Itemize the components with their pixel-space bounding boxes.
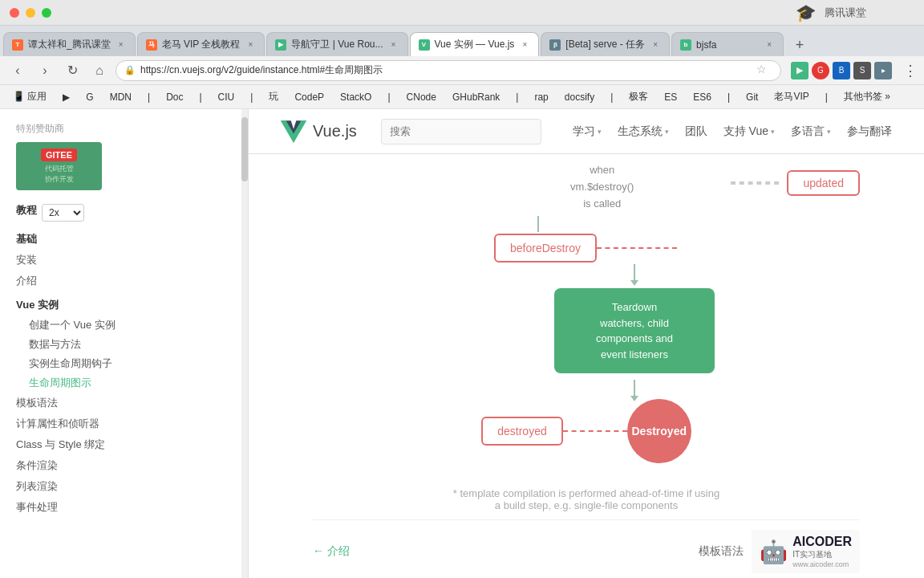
ext-icon-3[interactable]: B (833, 62, 850, 79)
bk-rap[interactable]: rap (528, 88, 554, 106)
speed-selector[interactable]: 2x 1x 1.5x (42, 204, 84, 222)
nav-lifecycle-hooks[interactable]: 实例生命周期钩子 (16, 354, 232, 373)
nav-contribute[interactable]: 参与翻译 (847, 124, 892, 139)
bk-es6[interactable]: ES6 (687, 88, 718, 106)
tab-0-label: 谭太祥和_腾讯课堂 (28, 38, 111, 51)
bk-play[interactable]: 玩 (262, 88, 285, 106)
bookmark-star-icon[interactable]: ☆ (756, 63, 772, 79)
maximize-button[interactable] (42, 8, 51, 18)
diagram-section: when vm.$destroy() is called updated (249, 154, 924, 578)
home-button[interactable]: ⌂ (88, 59, 111, 82)
bk-docsify[interactable]: docsify (558, 88, 601, 106)
nav-intro[interactable]: 介绍 (16, 271, 232, 291)
nav-language[interactable]: 多语言▾ (791, 124, 831, 139)
tutorial-speed-row: 教程 2x 1x 1.5x (16, 203, 232, 222)
nav-computed[interactable]: 计算属性和侦听器 (16, 413, 232, 434)
tab-2-close[interactable]: × (388, 39, 399, 51)
ssl-lock-icon: 🔒 (124, 65, 136, 75)
bk-other[interactable]: 其他书签 » (837, 88, 897, 106)
nav-create-instance[interactable]: 创建一个 Vue 实例 (16, 315, 232, 335)
close-button[interactable] (10, 8, 19, 18)
bk-google[interactable]: G (79, 88, 99, 106)
reload-button[interactable]: ↻ (61, 59, 83, 82)
ad-tagline-1: 代码托管 (45, 164, 74, 174)
menu-icon[interactable]: ⋮ (903, 62, 918, 79)
teardown-row: Teardown watchers, child components and … (313, 288, 860, 373)
tab-4[interactable]: β [Beta] serve - 任务 × (541, 32, 670, 56)
bk-stacko[interactable]: StackO (334, 88, 378, 106)
vert-line-1-container (313, 216, 860, 232)
ext-icon-1[interactable]: ▶ (791, 62, 808, 79)
bk-ghubrank[interactable]: GHubRank (446, 88, 506, 106)
new-tab-button[interactable]: + (788, 34, 811, 56)
tab-0-close[interactable]: × (116, 39, 127, 51)
tab-1-favicon: 马 (146, 39, 157, 51)
search-input[interactable] (381, 119, 541, 144)
address-bar: ‹ › ↻ ⌂ 🔒 https://cn.vuejs.org/v2/guide/… (0, 56, 924, 85)
dashed-line-d (563, 430, 627, 432)
nav-support[interactable]: 支持 Vue▾ (723, 124, 775, 139)
tab-0[interactable]: T 谭太祥和_腾讯课堂 × (3, 32, 136, 56)
vert-line-1 (537, 216, 539, 232)
window-controls (10, 8, 51, 18)
tab-1-close[interactable]: × (245, 39, 256, 51)
bk-codep[interactable]: CodeP (288, 88, 330, 106)
page-body: 特别赞助商 GITEE 代码托管 协作开发 教程 2x 1x 1.5x 基础 安 (0, 109, 924, 578)
nav-ecosystem[interactable]: 生态系统▾ (618, 124, 669, 139)
tab-1-label: 老马 VIP 全栈教程 (162, 38, 241, 51)
minimize-button[interactable] (26, 8, 35, 18)
destroyed-outline-box: destroyed (481, 417, 562, 446)
bk-sep5: | (509, 88, 525, 106)
nav-list[interactable]: 列表渲染 (16, 476, 232, 497)
nav-class-style[interactable]: Class 与 Style 绑定 (16, 434, 232, 455)
nav-events[interactable]: 事件处理 (16, 497, 232, 518)
bk-youtube[interactable]: ▶ (56, 88, 76, 106)
nav-team[interactable]: 团队 (685, 124, 707, 139)
when-text-2: vm.$destroy() (570, 179, 634, 196)
vert-line-3 (634, 380, 635, 397)
tab-5[interactable]: b bjsfa × (671, 32, 784, 56)
vert-line-3-container (313, 380, 860, 397)
bk-git[interactable]: Git (740, 88, 764, 106)
bk-es[interactable]: ES (658, 88, 683, 106)
bk-doc[interactable]: Doc (160, 88, 189, 106)
when-text-3: is called (570, 196, 634, 213)
tab-3[interactable]: V Vue 实例 — Vue.js × (410, 32, 540, 56)
bk-sep2: | (192, 88, 208, 106)
forward-button[interactable]: › (34, 59, 56, 82)
bk-jijie[interactable]: 极客 (622, 88, 654, 106)
nav-learn[interactable]: 学习▾ (573, 124, 602, 139)
destroyed-row: destroyed Destroyed (313, 399, 860, 463)
section-basic-label: 基础 (16, 232, 232, 246)
tab-1[interactable]: 马 老马 VIP 全栈教程 × (137, 32, 265, 56)
ext-icon-4[interactable]: S (853, 62, 871, 79)
bk-ciu[interactable]: CIU (212, 88, 241, 106)
nav-conditional[interactable]: 条件渲染 (16, 455, 232, 476)
dashed-connector (731, 181, 779, 185)
tab-3-close[interactable]: × (519, 39, 530, 51)
bk-laoma[interactable]: 老马VIP (768, 88, 815, 106)
sponsor-ad[interactable]: GITEE 代码托管 协作开发 (16, 142, 102, 190)
back-button[interactable]: ‹ (6, 59, 29, 82)
ext-icon-5[interactable]: ▸ (874, 62, 892, 79)
url-bar[interactable]: 🔒 https://cn.vuejs.org/v2/guide/instance… (116, 60, 781, 81)
nav-template[interactable]: 模板语法 (16, 393, 232, 413)
tab-4-close[interactable]: × (650, 39, 661, 51)
ext-icon-2[interactable]: G (812, 62, 829, 79)
nav-install[interactable]: 安装 (16, 250, 232, 271)
tab-5-close[interactable]: × (764, 39, 775, 51)
bk-mdn[interactable]: MDN (103, 88, 138, 106)
vue-top-nav: Vue.js 学习▾ 生态系统▾ 团队 支持 Vue▾ (249, 109, 924, 154)
vue-logo[interactable]: Vue.js (281, 119, 357, 144)
nav-back-link[interactable]: ← 介绍 (313, 544, 350, 559)
nav-vue-instance-group[interactable]: Vue 实例 (16, 291, 232, 315)
bk-cnode[interactable]: CNode (400, 88, 443, 106)
tab-2[interactable]: ▶ 导航守卫 | Vue Rou... × (266, 32, 407, 56)
scrollbar-thumb[interactable] (241, 117, 248, 181)
nav-lifecycle-diagram[interactable]: 生命周期图示 (16, 373, 232, 393)
nav-data-methods[interactable]: 数据与方法 (16, 335, 232, 354)
main-content: Vue.js 学习▾ 生态系统▾ 团队 支持 Vue▾ (249, 109, 924, 578)
title-bar: 腾讯课堂 (0, 0, 924, 26)
center-dot (677, 247, 679, 249)
bk-apps[interactable]: 📱 应用 (6, 88, 53, 106)
